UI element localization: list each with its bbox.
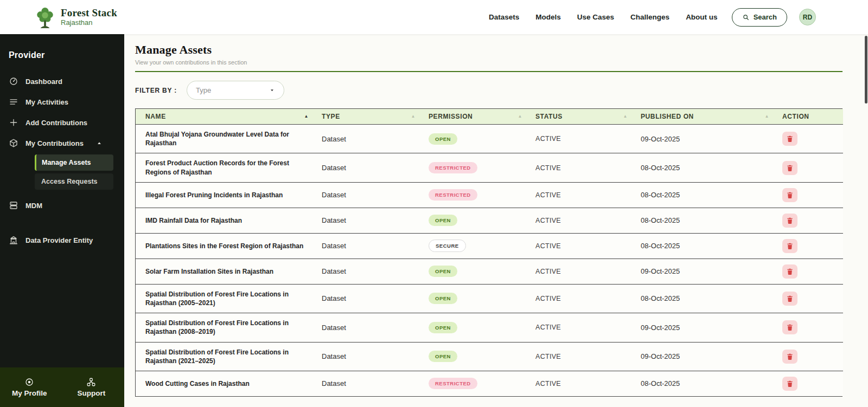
table-row: Spatial Distribution of Forest Fire Loca… (136, 342, 843, 371)
sidebar-item-mdm[interactable]: MDM (0, 195, 124, 216)
delete-button[interactable] (782, 320, 797, 334)
column-label: NAME (145, 113, 166, 120)
nav-about-us[interactable]: About us (686, 13, 718, 21)
assets-table-wrap: NAME▲TYPE▲PERMISSION▲STATUS▲PUBLISHED ON… (135, 108, 843, 397)
asset-type: Dataset (316, 233, 423, 259)
forest-stack-logo-icon (35, 6, 55, 29)
column-label: STATUS (535, 113, 563, 120)
trash-icon (786, 380, 794, 387)
column-header-status[interactable]: STATUS▲ (530, 109, 635, 125)
nav-use-cases[interactable]: Use Cases (577, 13, 614, 21)
permission-badge: OPEN (429, 351, 457, 362)
delete-button[interactable] (782, 292, 797, 306)
permission-badge: SECURE (429, 240, 466, 252)
delete-button[interactable] (782, 132, 797, 146)
sidebar-item-data-provider-entity[interactable]: Data Provider Entity (0, 230, 124, 250)
profile-icon (24, 377, 34, 387)
avatar[interactable]: RD (799, 9, 816, 25)
table-body: Atal Bhujal Yojana Groundwater Level Dat… (136, 125, 843, 396)
sidebar-item-label: My Contributions (25, 139, 84, 147)
trash-icon (786, 324, 794, 331)
sidebar-item-label: Add Contributions (25, 119, 87, 127)
column-header-action[interactable]: ACTION (777, 109, 843, 125)
asset-name[interactable]: Spatial Distribution of Forest Fire Loca… (145, 290, 316, 307)
status-text: ACTIVE (530, 259, 635, 284)
column-header-type[interactable]: TYPE▲ (316, 109, 423, 125)
sort-arrow-icon: ▲ (304, 114, 309, 119)
asset-name[interactable]: Illegal Forest Pruning Incidents in Raja… (145, 191, 316, 199)
search-icon (742, 14, 750, 21)
permission-badge: OPEN (429, 215, 457, 226)
brand[interactable]: Forest Stack Rajasthan (35, 6, 117, 29)
sidebar-item-dashboard[interactable]: Dashboard (0, 71, 124, 92)
sidebar-item-manage-assets[interactable]: Manage Assets (35, 154, 113, 171)
asset-name[interactable]: Plantations Sites in the Forest Region o… (145, 242, 316, 250)
status-text: ACTIVE (530, 208, 635, 233)
status-text: ACTIVE (530, 284, 635, 313)
published-date: 08-Oct-2025 (635, 284, 777, 313)
footer-item-my-profile[interactable]: My Profile (12, 377, 47, 397)
published-date: 09-Oct-2025 (635, 313, 777, 342)
chevron-up-icon (96, 140, 103, 146)
type-filter-dropdown[interactable]: Type (187, 81, 284, 100)
nav-challenges[interactable]: Challenges (630, 13, 669, 21)
trash-icon (786, 164, 794, 172)
status-text: ACTIVE (530, 153, 635, 182)
asset-name[interactable]: Wood Cutting Cases in Rajasthan (145, 379, 316, 388)
table-row: Wood Cutting Cases in RajasthanDatasetRE… (136, 371, 843, 396)
nav-datasets[interactable]: Datasets (489, 13, 519, 21)
dashboard-icon (9, 76, 18, 86)
page-title: Manage Assets (135, 43, 843, 57)
asset-name[interactable]: Atal Bhujal Yojana Groundwater Level Dat… (145, 130, 316, 147)
search-button-label: Search (754, 13, 777, 21)
status-text: ACTIVE (530, 233, 635, 259)
asset-type: Dataset (316, 342, 423, 371)
asset-name[interactable]: Spatial Distribution of Forest Fire Loca… (145, 348, 316, 365)
sidebar-item-access-requests[interactable]: Access Requests (35, 173, 113, 190)
permission-badge: RESTRICTED (429, 162, 477, 173)
trash-icon (786, 295, 794, 302)
delete-button[interactable] (782, 214, 797, 228)
delete-button[interactable] (782, 264, 797, 279)
published-date: 08-Oct-2025 (635, 153, 777, 182)
asset-name[interactable]: Solar Farm Installation Sites in Rajasth… (145, 267, 316, 276)
trash-icon (786, 135, 794, 143)
section-divider (135, 71, 843, 72)
column-header-permission[interactable]: PERMISSION▲ (423, 109, 530, 125)
delete-button[interactable] (782, 161, 797, 175)
footer-item-label: My Profile (12, 389, 47, 397)
delete-button[interactable] (782, 377, 797, 391)
sort-arrow-icon: ▲ (623, 114, 628, 119)
brand-subtitle: Rajasthan (61, 19, 117, 27)
trash-icon (786, 217, 794, 224)
status-text: ACTIVE (530, 313, 635, 342)
column-header-name[interactable]: NAME▲ (136, 109, 316, 125)
delete-button[interactable] (782, 239, 797, 253)
column-label: ACTION (782, 113, 809, 120)
asset-name[interactable]: Forest Product Auction Records for the F… (145, 159, 316, 176)
sidebar-item-my-activities[interactable]: My Activities (0, 92, 124, 112)
sidebar-footer: My ProfileSupport (0, 367, 124, 407)
published-date: 08-Oct-2025 (635, 182, 777, 208)
table-row: Solar Farm Installation Sites in Rajasth… (136, 259, 843, 284)
search-button[interactable]: Search (732, 8, 787, 27)
sidebar-item-label: MDM (25, 202, 42, 210)
sidebar-item-my-contributions[interactable]: My Contributions (0, 133, 124, 153)
permission-badge: OPEN (429, 266, 457, 277)
delete-button[interactable] (782, 350, 797, 364)
column-label: PUBLISHED ON (641, 113, 694, 120)
asset-name[interactable]: Spatial Distribution of Forest Fire Loca… (145, 319, 316, 336)
column-header-published-on[interactable]: PUBLISHED ON▲ (635, 109, 777, 125)
table-row: Atal Bhujal Yojana Groundwater Level Dat… (136, 125, 843, 153)
scrollbar[interactable] (865, 36, 867, 104)
permission-badge: RESTRICTED (429, 378, 477, 389)
nav-models[interactable]: Models (535, 13, 561, 21)
table-row: Spatial Distribution of Forest Fire Loca… (136, 313, 843, 342)
asset-name[interactable]: IMD Rainfall Data for Rajasthan (145, 216, 316, 225)
delete-button[interactable] (782, 188, 797, 202)
footer-item-support[interactable]: Support (78, 377, 106, 397)
sidebar-item-add-contributions[interactable]: Add Contributions (0, 112, 124, 133)
sidebar-submenu: Manage AssetsAccess Requests (0, 153, 124, 195)
published-date: 08-Oct-2025 (635, 371, 777, 396)
permission-badge: OPEN (429, 322, 457, 333)
